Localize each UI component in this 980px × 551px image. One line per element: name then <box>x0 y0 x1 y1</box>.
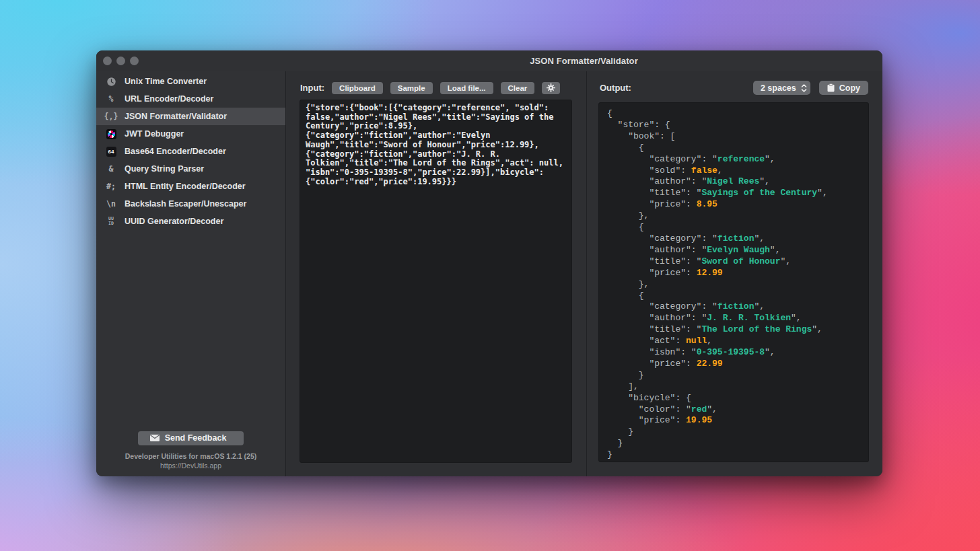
sidebar-item-label: Query String Parser <box>125 164 204 174</box>
sidebar-item-backslash-escaper-unescaper[interactable]: \n Backslash Escaper/Unescaper <box>96 195 285 213</box>
output-code-line: "store": { <box>607 120 860 131</box>
output-code: { "store": { "book": [ { "category": "re… <box>598 102 869 462</box>
indent-select-value: 2 spaces <box>761 83 796 93</box>
sidebar: Unix Time Converter % URL Encoder/Decode… <box>96 71 286 476</box>
output-code-line: { <box>607 291 860 302</box>
sidebar-item-label: Unix Time Converter <box>125 77 207 86</box>
indent-select[interactable]: 2 spaces <box>753 81 810 95</box>
output-code-line: "act": null, <box>607 336 860 347</box>
input-code-line: "isbn":"0-395-19395-8","price":22.99}],"… <box>306 168 566 178</box>
output-code-line: "category": "fiction", <box>607 301 860 313</box>
output-code-line: "category": "fiction", <box>607 233 860 245</box>
sidebar-item-html-entity-encoder-decoder[interactable]: #; HTML Entity Encoder/Decoder <box>96 178 285 195</box>
uuid-icon: UU ID <box>102 217 120 226</box>
output-code-line: "price": 19.95 <box>607 415 860 427</box>
ampersand-icon: & <box>102 164 120 174</box>
sidebar-item-label: JSON Formatter/Validator <box>125 112 227 121</box>
input-actions: ClipboardSampleLoad file...Clear <box>332 82 542 94</box>
chevron-up-down-icon <box>801 83 807 93</box>
output-code-line: "author": "Nigel Rees", <box>607 176 860 188</box>
output-code-line: } <box>607 438 860 449</box>
input-panel: Input: ClipboardSampleLoad file...Clear … <box>286 71 587 476</box>
jwt-icon <box>102 129 120 139</box>
sample-button[interactable]: Sample <box>390 82 433 94</box>
send-feedback-label: Send Feedback <box>165 433 227 443</box>
load-file-button[interactable]: Load file... <box>440 82 493 94</box>
percent-icon: % <box>102 94 120 104</box>
window-controls <box>103 57 139 65</box>
output-code-line: } <box>607 370 860 381</box>
output-code-line: { <box>607 222 860 233</box>
title-bar: JSON Formatter/Validator <box>96 50 882 71</box>
output-code-line: { <box>607 108 860 120</box>
input-code-line: {"color":"red","price":19.95}}} <box>306 178 566 187</box>
input-code-line: {"store":{"book":[{"category":"reference… <box>306 104 566 113</box>
output-code-line: "author": "J. R. R. Tolkien", <box>607 313 860 324</box>
hash-semicolon-icon: #; <box>102 182 120 191</box>
input-settings-button[interactable] <box>542 82 560 94</box>
braces-icon: {,} <box>102 112 120 121</box>
output-code-line: { <box>607 143 860 154</box>
sidebar-item-label: JWT Debugger <box>125 129 184 139</box>
sidebar-item-label: Base64 Encoder/Decoder <box>125 147 226 156</box>
backslash-n-icon: \n <box>102 199 120 209</box>
output-code-line: "price": 22.99 <box>607 359 860 370</box>
output-label: Output: <box>600 83 631 93</box>
sidebar-item-label: Backslash Escaper/Unescaper <box>125 199 246 209</box>
output-code-line: "price": 12.99 <box>607 268 860 279</box>
input-code-line: Century","price":8.95}, <box>306 122 566 131</box>
envelope-icon <box>150 435 160 441</box>
window-title: JSON Formatter/Validator <box>285 50 882 71</box>
output-code-line: "title": "The Lord of the Rings", <box>607 324 860 336</box>
output-toolbar: Output: 2 spaces Copy <box>600 81 868 95</box>
output-code-line: "isbn": "0-395-19395-8", <box>607 347 860 359</box>
output-code-line: "bicycle": { <box>607 393 860 404</box>
output-code-line: ], <box>607 381 860 393</box>
app-window: JSON Formatter/Validator Unix Time Conve… <box>96 50 882 476</box>
output-code-line: }, <box>607 211 860 222</box>
input-label: Input: <box>300 83 324 93</box>
minimize-button[interactable] <box>116 57 125 65</box>
output-code-line: "title": "Sword of Honour", <box>607 256 860 268</box>
send-feedback-button[interactable]: Send Feedback <box>138 431 244 445</box>
sidebar-item-label: HTML Entity Encoder/Decoder <box>125 182 246 191</box>
output-panel: Output: 2 spaces Copy <box>587 71 882 476</box>
sidebar-item-label: UUID Generator/Decoder <box>125 217 223 226</box>
output-code-line: "title": "Sayings of the Century", <box>607 188 860 199</box>
sidebar-list: Unix Time Converter % URL Encoder/Decode… <box>96 71 285 230</box>
output-code-line: "color": "red", <box>607 404 860 416</box>
close-button[interactable] <box>103 57 112 65</box>
output-code-line: } <box>607 427 860 438</box>
sidebar-item-label: URL Encoder/Decoder <box>125 94 213 104</box>
app-url: https://DevUtils.app <box>96 461 285 470</box>
input-code-line: false,"author":"Nigel Rees","title":"Say… <box>306 113 566 122</box>
input-code-line: {"category":"fiction","author":"J. R. R. <box>306 150 566 159</box>
app-version: Developer Utilities for macOS 1.2.1 (25)… <box>96 451 285 470</box>
sidebar-item-url-encoder-decoder[interactable]: % URL Encoder/Decoder <box>96 90 285 108</box>
sidebar-item-base64-encoder-decoder[interactable]: 64 Base64 Encoder/Decoder <box>96 143 285 160</box>
output-code-line: }, <box>607 279 860 291</box>
clipboard-icon <box>827 83 835 92</box>
sidebar-item-jwt-debugger[interactable]: JWT Debugger <box>96 125 285 143</box>
output-code-line: "sold": false, <box>607 166 860 177</box>
output-code-line: "price": 8.95 <box>607 199 860 211</box>
sidebar-footer: Send Feedback Developer Utilities for ma… <box>96 431 285 470</box>
output-code-line: "category": "reference", <box>607 154 860 166</box>
gear-icon <box>547 83 555 92</box>
sidebar-item-uuid-generator-decoder[interactable]: UU ID UUID Generator/Decoder <box>96 213 285 230</box>
input-code-line: Waugh","title":"Sword of Honour","price"… <box>306 141 566 150</box>
input-code-line: Tolkien","title":"The Lord of the Rings"… <box>306 159 566 168</box>
output-code-line: } <box>607 449 860 461</box>
sidebar-item-unix-time-converter[interactable]: Unix Time Converter <box>96 73 285 90</box>
sidebar-item-json-formatter-validator[interactable]: {,} JSON Formatter/Validator <box>96 108 285 125</box>
version-line: Developer Utilities for macOS 1.2.1 (25) <box>96 451 285 461</box>
output-code-line: "author": "Evelyn Waugh", <box>607 245 860 256</box>
copy-label: Copy <box>839 83 860 93</box>
copy-button[interactable]: Copy <box>819 81 868 95</box>
zoom-button[interactable] <box>130 57 139 65</box>
clear-button[interactable]: Clear <box>501 82 535 94</box>
sidebar-item-query-string-parser[interactable]: & Query String Parser <box>96 160 285 178</box>
clock-icon <box>102 77 120 87</box>
input-editor[interactable]: {"store":{"book":[{"category":"reference… <box>300 100 572 463</box>
clipboard-button[interactable]: Clipboard <box>332 82 383 94</box>
